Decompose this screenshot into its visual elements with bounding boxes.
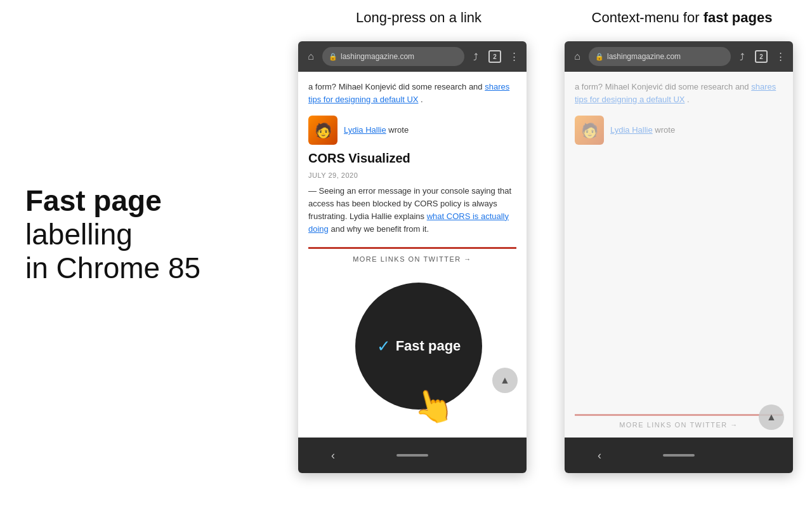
scroll-top-btn-left[interactable]: ▲: [492, 368, 518, 393]
url-bar-right[interactable]: 🔒 lashingmagazine.com: [589, 47, 731, 66]
fast-page-check-icon: ✓: [377, 337, 391, 356]
url-text-right: lashingmagazine.com: [607, 52, 681, 61]
home-pill-left[interactable]: [396, 454, 428, 457]
page-content-left: a form? Mihael Konjević did some researc…: [298, 72, 527, 264]
home-pill-right[interactable]: [663, 454, 695, 457]
author-name[interactable]: Lydia Hallie: [344, 125, 386, 135]
article-card: 🧑 Lydia Hallie wrote CORS Visualized Jul…: [308, 116, 516, 236]
tab-count-left[interactable]: 2: [488, 50, 501, 63]
intro-paragraph: a form? Mihael Konjević did some researc…: [308, 81, 516, 105]
home-icon-right: ⌂: [570, 51, 585, 62]
browser-actions-left: ⤴ 2 ⋮: [468, 50, 521, 63]
share-icon-right[interactable]: ⤴: [735, 51, 750, 62]
share-icon[interactable]: ⤴: [468, 51, 483, 62]
main-title: Fast page labelling in Chrome 85: [25, 184, 254, 285]
phone-mockup-right: ⌂ 🔒 lashingmagazine.com ⤴ 2 ⋮ a form? Mi…: [565, 41, 793, 473]
url-bar-left[interactable]: 🔒 lashingmagazine.com: [322, 47, 464, 66]
browser-bar-right: ⌂ 🔒 lashingmagazine.com ⤴ 2 ⋮: [565, 41, 793, 72]
menu-icon-right[interactable]: ⋮: [773, 51, 788, 62]
back-btn-right[interactable]: ‹: [590, 449, 609, 462]
right-column-header: Context-menu for fast pages: [565, 10, 799, 26]
article-body: — Seeing an error message in your consol…: [308, 185, 516, 236]
scroll-top-btn-right[interactable]: ▲: [759, 404, 784, 430]
bottom-bar-left: ‹: [298, 438, 527, 473]
right-column-header-prefix: Context-menu for: [592, 10, 704, 25]
author-name-right: Lydia Hallie: [610, 125, 653, 135]
more-links-left: MORE LINKS ON TWITTER →: [308, 247, 516, 264]
bottom-bar-right: ‹: [565, 438, 793, 473]
browser-bar-left: ⌂ 🔒 lashingmagazine.com ⤴ 2 ⋮: [298, 41, 527, 72]
left-section: Fast page labelling in Chrome 85: [25, 184, 254, 285]
menu-icon-left[interactable]: ⋮: [506, 51, 521, 62]
home-icon: ⌂: [303, 51, 318, 62]
fast-page-row: ✓ Fast page: [377, 337, 461, 356]
left-column-header: Long-press on a link: [304, 10, 533, 26]
article-date: July 29, 2020: [308, 170, 516, 181]
article-title: CORS Visualized: [308, 149, 516, 168]
lock-icon: 🔒: [329, 53, 337, 61]
author-avatar: 🧑: [308, 116, 337, 145]
tab-count-right[interactable]: 2: [755, 50, 768, 63]
back-btn-left[interactable]: ‹: [324, 449, 343, 462]
main-title-bold: Fast page: [25, 184, 162, 217]
author-row: 🧑 Lydia Hallie wrote: [308, 116, 516, 145]
fast-page-badge-label: Fast page: [396, 338, 461, 354]
lock-icon-right: 🔒: [595, 53, 604, 61]
more-links-right: MORE LINKS ON TWITTER →: [575, 414, 783, 429]
author-avatar-right: 🧑: [575, 116, 604, 145]
right-column-header-bold: fast pages: [704, 10, 773, 25]
url-text-left: lashingmagazine.com: [341, 52, 414, 61]
browser-actions-right: ⤴ 2 ⋮: [735, 50, 788, 63]
article-card-right: 🧑 Lydia Hallie wrote: [575, 116, 783, 149]
